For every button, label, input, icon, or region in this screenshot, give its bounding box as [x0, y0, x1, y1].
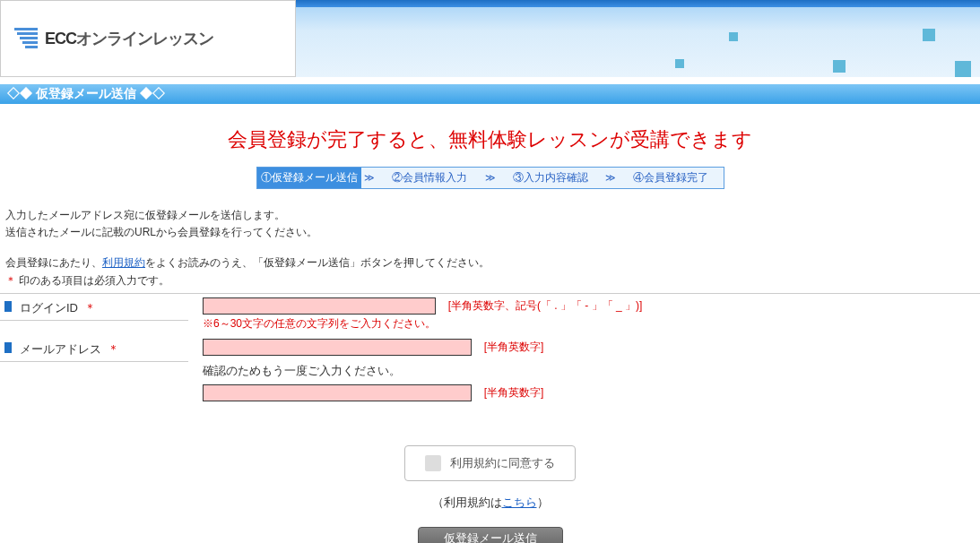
instruction-line: 会員登録にあたり、利用規約をよくお読みのうえ、「仮登録メール送信」ボタンを押して…: [5, 254, 975, 272]
section-title: ◇◆ 仮登録メール送信 ◆◇: [0, 84, 980, 104]
label-marker-icon: [4, 301, 12, 312]
header-banner: [296, 0, 980, 77]
step-4: ④会員登録完了: [619, 168, 724, 188]
email-input[interactable]: [203, 339, 472, 356]
login-id-sub-hint: ※6～30文字の任意の文字列をご入力ください。: [203, 316, 980, 332]
email-confirm-input[interactable]: [203, 384, 472, 401]
agree-label: 利用規約に同意する: [450, 455, 555, 471]
step-1: ①仮登録メール送信: [257, 168, 362, 188]
email-label: メールアドレス ＊: [0, 339, 188, 362]
email-confirm-text: 確認のためもう一度ご入力ください。: [203, 363, 980, 379]
login-id-label: ログインID ＊: [0, 297, 188, 321]
logo-text: ECCオンラインレッスン: [45, 28, 213, 49]
login-id-hint: [半角英数字、記号(「 . 」「 - 」「 _ 」)]: [448, 299, 643, 312]
instruction-line: 入力したメールアドレス宛に仮登録メールを送信します。: [5, 207, 975, 224]
form-row-login-id: ログインID ＊ [半角英数字、記号(「 . 」「 - 」「 _ 」)] ※6～…: [0, 294, 980, 335]
header: ECCオンラインレッスン: [0, 0, 980, 77]
logo-icon: [14, 28, 38, 50]
step-separator-icon: ≫: [361, 168, 377, 188]
login-id-input[interactable]: [203, 297, 436, 315]
submit-button[interactable]: 仮登録メール送信: [418, 527, 563, 543]
email-hint: [半角英数字]: [484, 340, 544, 353]
checkbox-icon: [425, 455, 441, 471]
step-3: ③入力内容確認: [499, 168, 603, 188]
terms-link-text: （利用規約はこちら）: [0, 495, 980, 511]
instruction-line: 送信されたメールに記載のURLから会員登録を行ってください。: [5, 224, 975, 241]
step-2: ②会員情報入力: [377, 168, 482, 188]
label-marker-icon: [4, 342, 12, 353]
action-area: 利用規約に同意する （利用規約はこちら） 仮登録メール送信: [0, 445, 980, 543]
step-separator-icon: ≫: [482, 168, 499, 188]
form-row-email: メールアドレス ＊ [半角英数字] 確認のためもう一度ご入力ください。 [半角英…: [0, 335, 980, 405]
required-note: ＊ 印のある項目は必須入力です。: [5, 272, 975, 289]
agree-terms-button[interactable]: 利用規約に同意する: [404, 445, 576, 481]
terms-here-link[interactable]: こちら: [502, 496, 537, 509]
email-confirm-hint: [半角英数字]: [484, 386, 544, 399]
logo: ECCオンラインレッスン: [0, 0, 296, 77]
instructions: 入力したメールアドレス宛に仮登録メールを送信します。 送信されたメールに記載のU…: [0, 207, 980, 289]
step-separator-icon: ≫: [603, 168, 619, 188]
page-heading: 会員登録が完了すると、無料体験レッスンが受講できます: [0, 104, 980, 167]
terms-link[interactable]: 利用規約: [102, 256, 145, 269]
progress-steps: ①仮登録メール送信 ≫ ②会員情報入力 ≫ ③入力内容確認 ≫ ④会員登録完了: [256, 167, 724, 189]
